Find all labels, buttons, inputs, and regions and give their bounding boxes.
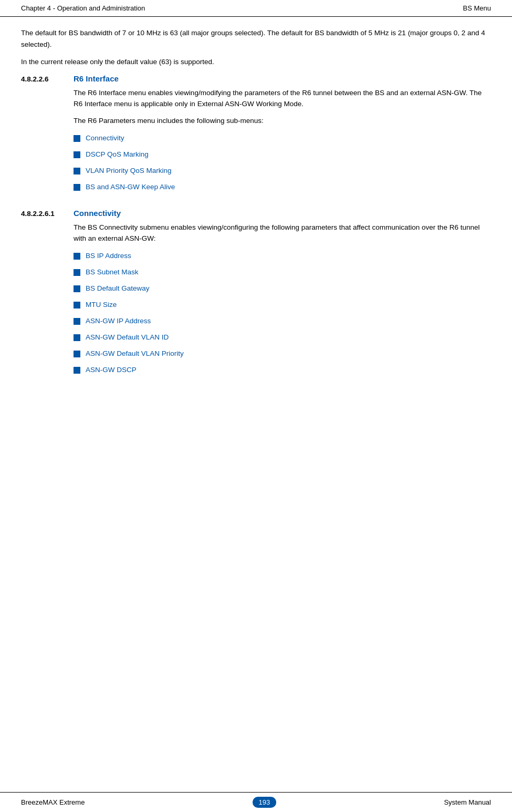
bullet-icon-6 <box>74 269 80 276</box>
section-48221-content: Connectivity The BS Connectivity submenu… <box>74 209 491 382</box>
bullet-dscp-qos: DSCP QoS Marking <box>74 150 491 158</box>
bullet-text-5: BS IP Address <box>86 252 131 260</box>
bullet-text-7: BS Default Gateway <box>86 284 150 292</box>
header-left: Chapter 4 - Operation and Administration <box>21 4 145 12</box>
bullet-text-11: ASN-GW Default VLAN Priority <box>86 350 184 357</box>
bullet-vlan-priority: VLAN Priority QoS Marking <box>74 167 491 174</box>
bullet-icon-4 <box>74 184 80 191</box>
bullet-asngw-ip: ASN-GW IP Address <box>74 317 491 325</box>
section-4822-bullets: Connectivity DSCP QoS Marking VLAN Prior… <box>74 134 491 191</box>
section-48221-num: 4.8.2.2.6.1 <box>21 209 74 382</box>
bullet-icon-9 <box>74 318 80 325</box>
bullet-bs-ip: BS IP Address <box>74 252 491 260</box>
bullet-mtu-size: MTU Size <box>74 301 491 309</box>
page-number: 193 <box>253 797 277 808</box>
bullet-asngw-vlan-id: ASN-GW Default VLAN ID <box>74 333 491 341</box>
bullet-icon-11 <box>74 351 80 357</box>
bullet-text-1: Connectivity <box>86 134 124 142</box>
bullet-icon-2 <box>74 151 80 158</box>
section-48221-title: Connectivity <box>74 209 491 218</box>
bullet-keep-alive: BS and ASN-GW Keep Alive <box>74 183 491 191</box>
bullet-icon-5 <box>74 253 80 260</box>
main-content: The default for BS bandwidth of 7 or 10 … <box>0 17 512 423</box>
section-4822: 4.8.2.2.6 R6 Interface The R6 Interface … <box>21 74 491 199</box>
bullet-text-3: VLAN Priority QoS Marking <box>86 167 172 174</box>
bullet-asngw-vlan-priority: ASN-GW Default VLAN Priority <box>74 350 491 357</box>
bullet-icon-8 <box>74 302 80 309</box>
section-48221: 4.8.2.2.6.1 Connectivity The BS Connecti… <box>21 209 491 382</box>
section-4822-num: 4.8.2.2.6 <box>21 74 74 199</box>
page-footer: BreezeMAX Extreme 193 System Manual <box>0 792 512 812</box>
bullet-bs-gateway: BS Default Gateway <box>74 284 491 292</box>
footer-left: BreezeMAX Extreme <box>21 798 85 806</box>
intro-para2: In the current release only the default … <box>21 56 491 68</box>
bullet-text-4: BS and ASN-GW Keep Alive <box>86 183 175 191</box>
section-4822-content: R6 Interface The R6 Interface menu enabl… <box>74 74 491 199</box>
bullet-text-12: ASN-GW DSCP <box>86 366 137 374</box>
bullet-text-6: BS Subnet Mask <box>86 268 139 276</box>
bullet-icon-1 <box>74 135 80 142</box>
section-4822-body2: The R6 Parameters menu includes the foll… <box>74 115 491 127</box>
bullet-text-10: ASN-GW Default VLAN ID <box>86 333 169 341</box>
page-header: Chapter 4 - Operation and Administration… <box>0 0 512 17</box>
section-48221-bullets: BS IP Address BS Subnet Mask BS Default … <box>74 252 491 374</box>
section-48221-body1: The BS Connectivity submenu enables view… <box>74 222 491 244</box>
section-4822-title: R6 Interface <box>74 74 491 83</box>
bullet-text-9: ASN-GW IP Address <box>86 317 151 325</box>
bullet-text-2: DSCP QoS Marking <box>86 150 149 158</box>
intro-para1: The default for BS bandwidth of 7 or 10 … <box>21 27 491 50</box>
bullet-icon-10 <box>74 334 80 341</box>
bullet-icon-7 <box>74 285 80 292</box>
bullet-icon-12 <box>74 367 80 374</box>
bullet-text-8: MTU Size <box>86 301 117 309</box>
bullet-connectivity: Connectivity <box>74 134 491 142</box>
footer-right: System Manual <box>444 798 491 806</box>
bullet-icon-3 <box>74 168 80 174</box>
section-4822-body1: The R6 Interface menu enables viewing/mo… <box>74 87 491 110</box>
header-right: BS Menu <box>463 4 491 12</box>
bullet-asngw-dscp: ASN-GW DSCP <box>74 366 491 374</box>
bullet-bs-subnet: BS Subnet Mask <box>74 268 491 276</box>
